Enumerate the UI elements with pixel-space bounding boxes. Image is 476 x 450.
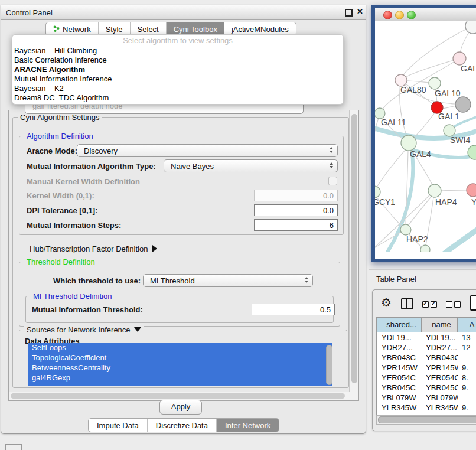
network-node-hap2[interactable] [400,224,411,235]
column-header-shared[interactable]: shared... [377,318,422,332]
cyni-bottom-tabs: Impute DataDiscretize DataInfer Network [88,418,279,432]
algorithm-item-dream8-dc-tdc-algorithm[interactable]: Dream8 DC_TDC Algorithm [12,93,343,103]
combo-stepper-icon [305,277,308,283]
gear-icon[interactable]: ⚙ [381,296,392,308]
network-edge[interactable] [382,58,459,110]
network-edge[interactable] [377,149,406,187]
network-node-gcy1[interactable] [375,186,380,198]
aracne-mode-value: Discovery [84,146,118,155]
tab-select[interactable]: Select [131,22,167,35]
network-node-swi4[interactable] [444,125,455,136]
kernel-width-field[interactable]: 0.0 [254,190,338,201]
tab-impute-data[interactable]: Impute Data [89,419,148,432]
network-node-gal80[interactable] [395,74,407,86]
attribute-item-selfloops[interactable]: SelfLoops [28,343,332,353]
algorithm-definition-group: Algorithm Definition Aracne Mode: Discov… [19,136,344,235]
node-table: shared...nameA YDL19...YDL19...13YDR27..… [376,317,476,420]
table-row[interactable]: YDR27...YDR27...12 [377,343,476,353]
network-node-hap4[interactable] [428,184,441,197]
apply-button[interactable]: Apply [159,400,202,415]
which-threshold-combobox[interactable]: MI Threshold [143,274,313,287]
attribute-item-betweennesscentrality[interactable]: BetweennessCentrality [28,363,332,373]
network-edge[interactable] [413,112,435,138]
tab-style[interactable]: Style [99,22,131,35]
zoom-window-icon[interactable] [407,11,416,19]
network-node[interactable] [465,21,476,34]
table-row[interactable]: YBR045CYBR045C9. [377,383,476,393]
bottom-corner-button[interactable] [5,444,22,450]
select-all-icon[interactable] [422,301,437,308]
control-panel-title: Control Panel [6,8,53,17]
column-view-icon[interactable] [401,298,413,309]
settings-vscrollbar-track[interactable] [349,110,358,400]
algorithm-item-bayesian-k2[interactable]: Bayesian – K2 [12,84,343,93]
attributes-scrollbar-thumb[interactable] [326,345,332,385]
table-cell: 8. [458,373,476,383]
node-label-gal4: GAL4 [410,149,431,159]
column-header-name[interactable]: name [422,318,458,332]
network-node-gal10[interactable] [429,77,441,89]
table-row[interactable]: YBR043CYBR043C [377,353,476,363]
table-cell: YPR145W [377,363,422,373]
mi-threshold-field[interactable]: 0.5 [252,304,335,315]
network-edge[interactable] [409,196,432,225]
aracne-mode-combobox[interactable]: Discovery [77,144,338,157]
minimize-window-icon[interactable] [395,11,404,19]
table-panel-title: Table Panel [376,275,416,283]
network-edge[interactable] [442,106,456,109]
node-label-gal1: GAL1 [438,112,459,121]
close-icon[interactable]: ✕ [357,7,363,16]
network-node[interactable] [420,245,430,252]
table-cell: YBR043C [377,353,422,363]
network-node[interactable] [455,97,471,112]
tab-infer-network[interactable]: Infer Network [217,419,279,432]
table-row[interactable]: YDL19...YDL19...13 [377,332,476,343]
network-node-gal[interactable] [453,52,466,65]
float-window-icon[interactable] [345,9,353,17]
combo-stepper-icon [330,147,333,153]
table-row[interactable]: YPR145WYPR145W9. [377,363,476,373]
which-threshold-label: Which threshold to use: [53,276,141,285]
network-node-y[interactable] [467,184,476,197]
table-row[interactable]: YBL079WYBL079W [377,393,476,403]
mi-steps-field[interactable]: 6 [254,219,338,231]
table-hscrollbar-thumb[interactable] [378,416,476,423]
network-node-gal4[interactable] [401,135,416,151]
algorithm-item-basic-correlation-inference[interactable]: Basic Correlation Inference [12,56,343,65]
settings-hscrollbar-track[interactable] [9,392,350,400]
export-table-icon[interactable] [470,295,476,311]
table-row[interactable]: YLR345WYLR345W9. [377,403,476,413]
tab-jactivemnodules[interactable]: jActiveMNodules [224,22,296,35]
tab-label: jActiveMNodules [232,25,289,34]
network-edge[interactable] [441,190,467,191]
close-window-icon[interactable] [383,11,392,19]
deselect-all-icon[interactable] [446,301,461,308]
manual-kernel-width-checkbox[interactable] [328,177,337,185]
settings-hscrollbar-thumb[interactable] [11,393,345,399]
algorithm-item-mutual-information-inference[interactable]: Mutual Information Inference [12,74,343,84]
data-attributes-list[interactable]: SelfLoopsTopologicalCoefficientBetweenne… [28,343,332,386]
node-label-gcy1: GCY1 [375,197,395,207]
dpi-tolerance-field[interactable]: 0.0 [254,204,338,216]
manual-kernel-width-label: Manual Kernel Width Definition [27,177,140,186]
network-canvas[interactable]: GALGAL80GAL10GAL1GAL11SWI4GAL4GCY1HAP4YH… [375,21,476,252]
table-cell: YBR043C [422,353,458,363]
attribute-item-topologicalcoefficient[interactable]: TopologicalCoefficient [28,353,332,363]
mi-algorithm-type-combobox[interactable]: Naive Bayes [164,159,338,172]
network-edge[interactable] [439,228,476,252]
attribute-item-gal4rgexp[interactable]: gal4RGexp [28,373,332,383]
tab-network[interactable]: Network [46,22,99,35]
algorithm-item-aracne-algorithm[interactable]: ARACNE Algorithm [12,65,343,74]
table-cell: YBL079W [422,393,458,403]
control-panel-window: Control Panel ✕ NetworkStyleSelectCyni T… [1,5,366,434]
table-cell: YBL079W [377,393,422,403]
table-row[interactable]: YER054CYER054C8. [377,373,476,383]
tab-discretize-data[interactable]: Discretize Data [148,419,217,432]
settings-vscrollbar-thumb[interactable] [351,114,357,383]
table-hscrollbar-track[interactable] [376,415,476,425]
algorithm-select-popup: Select algorithm to view settings Bayesi… [12,34,344,105]
column-header-a[interactable]: A [458,318,476,332]
tab-cyni-toolbox[interactable]: Cyni Toolbox [167,22,224,35]
algorithm-item-bayesian-hill-climbing[interactable]: Bayesian – Hill Climbing [12,46,343,56]
hub-transcription-factor-section[interactable]: Hub/Transcription Factor Definition [30,244,157,253]
